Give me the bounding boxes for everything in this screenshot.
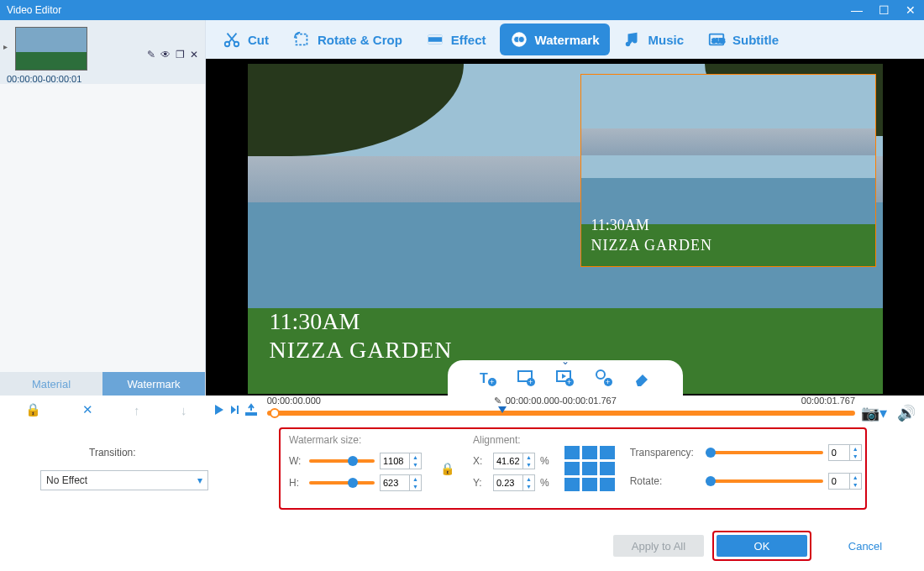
rotate-slider[interactable]: [706, 479, 823, 483]
timeline-start: 00:00:00.000: [267, 396, 321, 406]
clip-time-range: 00:00:00-00:00:01: [7, 74, 81, 84]
titlebar: Video Editor — ☐ ✕: [0, 0, 924, 20]
chevron-down-icon: ▾: [197, 474, 202, 486]
tab-rotate-crop[interactable]: Rotate & Crop: [282, 24, 412, 55]
x-input[interactable]: ▲▼: [493, 453, 535, 469]
tab-music[interactable]: Music: [613, 24, 695, 55]
tab-material[interactable]: Material: [0, 372, 102, 396]
overlay-time-text: 11:30AM: [270, 308, 360, 335]
move-down-icon[interactable]: ↓: [181, 403, 187, 417]
ok-button[interactable]: OK: [717, 535, 807, 557]
svg-text:T: T: [480, 371, 488, 385]
add-shape-icon[interactable]: +: [594, 368, 614, 388]
app-title: Video Editor: [7, 4, 61, 16]
top-tabs: Cut Rotate & Crop Effect Watermark Music…: [206, 20, 924, 59]
add-video-icon[interactable]: +: [555, 368, 575, 388]
apply-all-button[interactable]: Apply to All: [613, 535, 704, 557]
transition-select[interactable]: No Effect ▾: [40, 470, 208, 490]
watermark-settings: Watermark size: W: ▲▼ H: ▲▼ 🔒 Alignment:…: [279, 427, 867, 510]
left-panel: ▸ ✎ 👁 ❐ ✕ 00:00:00-00:00:01 Material Wat…: [0, 20, 206, 396]
edit-icon[interactable]: ✎: [147, 49, 155, 60]
svg-text:+: +: [528, 378, 533, 386]
height-slider[interactable]: [309, 481, 375, 485]
chevron-down-icon[interactable]: ⌄: [561, 355, 570, 367]
svg-rect-23: [237, 406, 239, 414]
svg-text:SUB: SUB: [712, 37, 725, 45]
delete-icon[interactable]: ✕: [82, 402, 93, 417]
y-input[interactable]: ▲▼: [493, 474, 535, 491]
rotate-input[interactable]: ▲▼: [828, 473, 862, 490]
action-buttons: Apply to All OK Cancel: [613, 531, 911, 561]
lock-aspect-icon[interactable]: 🔒: [437, 462, 458, 475]
step-icon[interactable]: [229, 404, 241, 416]
add-text-icon[interactable]: T+: [478, 368, 498, 388]
svg-point-20: [596, 370, 605, 379]
cancel-button[interactable]: Cancel: [820, 535, 911, 557]
svg-rect-5: [428, 42, 443, 45]
move-up-icon[interactable]: ↑: [134, 403, 140, 417]
timeline-range: 00:00:00.000-00:00:01.767: [506, 396, 617, 406]
transparency-input[interactable]: ▲▼: [828, 444, 862, 461]
maximize-button[interactable]: ☐: [870, 0, 897, 20]
remove-icon[interactable]: ✕: [190, 49, 198, 60]
volume-icon[interactable]: 🔊: [894, 404, 919, 422]
size-heading: Watermark size:: [289, 434, 422, 446]
eraser-icon[interactable]: [633, 368, 653, 388]
rotate-label: Rotate:: [630, 475, 701, 487]
svg-text:+: +: [567, 378, 571, 386]
svg-text:+: +: [606, 378, 610, 386]
watermark-overlay[interactable]: 11:30AM NIZZA GARDEN: [580, 74, 876, 267]
transition-section: Transition: No Effect ▾: [0, 447, 279, 490]
export-icon[interactable]: [244, 403, 258, 416]
add-image-icon[interactable]: +: [517, 368, 537, 388]
timeline[interactable]: 00:00:00.000 ✎ 00:00:00.000-00:00:01.767…: [267, 396, 919, 424]
width-input[interactable]: ▲▼: [380, 453, 422, 469]
timeline-end: 00:00:01.767: [801, 396, 855, 406]
svg-text:+: +: [490, 378, 494, 386]
tab-cut[interactable]: Cut: [213, 24, 279, 55]
overlay-title-text: NIZZA GARDEN: [270, 337, 453, 364]
transition-label: Transition:: [40, 447, 279, 458]
align-heading: Alignment:: [473, 434, 549, 446]
copy-icon[interactable]: ❐: [176, 49, 185, 60]
transparency-label: Transparency:: [630, 447, 701, 458]
close-button[interactable]: ✕: [897, 0, 924, 20]
tab-subtitle[interactable]: SUB Subtitle: [697, 24, 789, 55]
add-toolbar: ⌄ T+ + + +: [448, 360, 683, 396]
expand-icon[interactable]: ▸: [3, 42, 8, 51]
height-input[interactable]: ▲▼: [380, 474, 422, 491]
snapshot-icon[interactable]: 📷▾: [858, 404, 890, 422]
minimize-button[interactable]: —: [843, 0, 870, 20]
tab-effect[interactable]: Effect: [416, 24, 496, 55]
lock-icon[interactable]: 🔒: [25, 402, 41, 417]
svg-rect-2: [297, 34, 307, 45]
preview-area: 11:30AM NIZZA GARDEN 11:30AM NIZZA GARDE…: [206, 59, 924, 396]
clip-thumb-row: ▸ ✎ 👁 ❐ ✕ 00:00:00-00:00:01: [0, 20, 205, 84]
timeline-edit-icon: ✎: [494, 396, 501, 406]
svg-rect-4: [428, 35, 443, 38]
width-slider[interactable]: [309, 459, 375, 463]
svg-point-8: [518, 36, 524, 42]
tab-watermark[interactable]: Watermark: [102, 372, 205, 396]
clip-thumbnail[interactable]: [15, 27, 87, 71]
eye-icon[interactable]: 👁: [160, 49, 171, 60]
alignment-grid[interactable]: [564, 446, 615, 491]
play-icon[interactable]: [213, 403, 226, 416]
timeline-row: 🔒 ✕ ↑ ↓ 00:00:00.000 ✎ 00:00:00.000-00:0…: [0, 396, 924, 424]
preview-frame[interactable]: 11:30AM NIZZA GARDEN 11:30AM NIZZA GARDE…: [248, 64, 883, 394]
transparency-slider[interactable]: [706, 451, 823, 454]
tab-watermark-top[interactable]: Watermark: [500, 24, 610, 55]
